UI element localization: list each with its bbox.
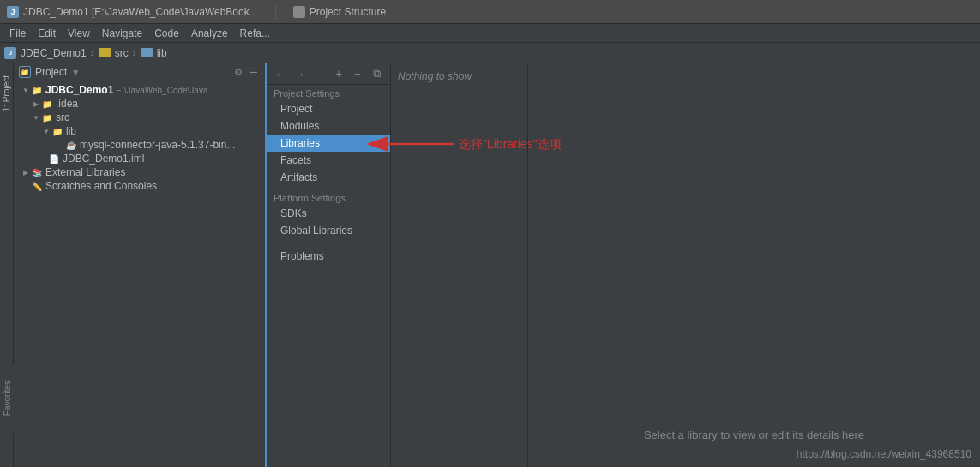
tree-label-scratches: Scratches and Consoles <box>45 180 157 192</box>
ps-item-global-libs[interactable]: Global Libraries <box>267 222 390 239</box>
tree-path-root: E:\JavaWeb_Code\JavaWeb... <box>116 86 219 95</box>
tree-label-idea: .idea <box>56 98 78 110</box>
project-dropdown-arrow[interactable]: ▼ <box>71 68 80 77</box>
bc-src[interactable]: src <box>115 47 129 59</box>
side-tab-label[interactable]: 1: Project <box>2 72 11 115</box>
tree-item-mysql-jar[interactable]: ☕ mysql-connector-java-5.1.37-bin... <box>14 138 265 152</box>
tree-icon-idea: 📁 <box>41 98 53 110</box>
menu-bar: File Edit View Navigate Code Analyze Ref… <box>0 24 980 43</box>
ps-item-facets[interactable]: Facets <box>267 152 390 169</box>
tree-arrow-root: ▼ <box>21 85 31 95</box>
menu-code[interactable]: Code <box>149 26 184 41</box>
nothing-to-show: Nothing to show <box>391 63 527 89</box>
back-button[interactable]: ← <box>274 67 287 81</box>
blog-url: https://blog.csdn.net/weixin_43968510 <box>797 448 971 460</box>
tree-item-idea[interactable]: ▶ 📁 .idea <box>14 97 265 111</box>
project-panel-title-text: Project <box>35 66 67 78</box>
main-layout: 1: Project 📁 Project ▼ ⚙ ☰ ▼ 📁 JDBC_Demo… <box>0 63 980 467</box>
ps-title-item: Project Structure <box>293 6 386 18</box>
bc-lib[interactable]: lib <box>157 47 167 59</box>
menu-navigate[interactable]: Navigate <box>97 26 147 41</box>
tree-icon-ext: 📚 <box>31 166 43 178</box>
tree-icon-lib: 📁 <box>51 125 63 137</box>
tree-icon-src: 📁 <box>41 111 53 123</box>
tree-label-lib: lib <box>66 125 76 137</box>
favorites-tab-label: Favorites <box>3 380 12 416</box>
project-title-item: J JDBC_Demo1 [E:\JavaWeb_Code\JavaWebBoo… <box>7 6 258 18</box>
copy-button[interactable]: ⧉ <box>370 67 383 81</box>
ps-item-project[interactable]: Project <box>267 100 390 117</box>
tree-item-scratches[interactable]: ✏️ Scratches and Consoles <box>14 179 265 193</box>
tree-arrow-scratches <box>21 181 31 191</box>
project-icon: J <box>7 6 19 18</box>
file-tree: ▼ 📁 JDBC_Demo1 E:\JavaWeb_Code\JavaWeb..… <box>14 81 265 467</box>
tree-item-iml[interactable]: 📄 JDBC_Demo1.iml <box>14 152 265 165</box>
tree-arrow-iml <box>41 153 48 164</box>
ps-item-artifacts[interactable]: Artifacts <box>267 169 390 186</box>
tree-label-iml: JDBC_Demo1.iml <box>63 153 144 165</box>
project-panel-header: 📁 Project ▼ ⚙ ☰ <box>14 63 265 81</box>
tree-label-ext: External Libraries <box>45 166 125 178</box>
tree-icon-scratches: ✏️ <box>31 180 43 192</box>
favorites-tab[interactable]: Favorites <box>0 364 14 433</box>
tree-icon-jar: ☕ <box>65 139 77 151</box>
bc-sep2: › <box>133 47 136 59</box>
layout-icon[interactable]: ☰ <box>248 66 260 78</box>
title-divider <box>275 4 276 20</box>
tree-item-src[interactable]: ▼ 📁 src <box>14 111 265 124</box>
menu-view[interactable]: View <box>63 26 95 41</box>
tree-arrow-ext: ▶ <box>21 167 31 177</box>
tree-item-ext-libs[interactable]: ▶ 📚 External Libraries <box>14 165 265 179</box>
bc-lib-icon <box>141 48 153 57</box>
ps-problems-section: Problems <box>267 239 390 265</box>
tree-arrow-jar <box>58 140 65 150</box>
libraries-panel: Nothing to show <box>391 63 528 467</box>
tree-icon-root: 📁 <box>31 84 43 96</box>
bc-project-icon: J <box>4 47 16 59</box>
panel-icons: ⚙ ☰ <box>232 66 260 78</box>
tree-label-root: JDBC_Demo1 <box>45 84 113 96</box>
tree-arrow-lib: ▼ <box>41 126 51 136</box>
menu-analyze[interactable]: Analyze <box>186 26 233 41</box>
tree-arrow-src: ▼ <box>31 112 41 123</box>
bc-src-icon <box>99 48 111 57</box>
ps-title-text: Project Structure <box>310 6 386 18</box>
ps-item-libraries[interactable]: Libraries <box>267 135 390 152</box>
settings-icon[interactable]: ⚙ <box>232 66 244 78</box>
ps-panel: ← → + − ⧉ Project Settings Project Modul… <box>267 63 391 467</box>
tree-item-lib[interactable]: ▼ 📁 lib <box>14 124 265 138</box>
ps-project-settings-header: Project Settings <box>267 85 390 100</box>
forward-button[interactable]: → <box>292 67 306 81</box>
add-button[interactable]: + <box>332 67 346 81</box>
tree-label-src: src <box>56 111 69 123</box>
menu-file[interactable]: File <box>4 26 31 41</box>
ps-toolbar: ← → + − ⧉ <box>267 63 390 85</box>
menu-edit[interactable]: Edit <box>33 26 61 41</box>
ps-platform-settings-header: Platform Settings <box>267 186 390 205</box>
remove-button[interactable]: − <box>351 67 364 81</box>
ps-icon <box>293 6 305 18</box>
bc-project-name[interactable]: JDBC_Demo1 <box>21 47 87 59</box>
ps-item-modules[interactable]: Modules <box>267 117 390 135</box>
details-hint-text: Select a library to view or edit its det… <box>644 428 864 441</box>
tree-item-root[interactable]: ▼ 📁 JDBC_Demo1 E:\JavaWeb_Code\JavaWeb..… <box>14 83 265 97</box>
tree-icon-iml: 📄 <box>48 153 60 165</box>
tree-arrow-idea: ▶ <box>31 99 41 109</box>
project-panel: 📁 Project ▼ ⚙ ☰ ▼ 📁 JDBC_Demo1 E:\JavaWe… <box>14 63 267 467</box>
ps-item-sdks[interactable]: SDKs <box>267 205 390 222</box>
breadcrumb-bar: J JDBC_Demo1 › src › lib <box>0 43 980 63</box>
tree-label-jar: mysql-connector-java-5.1.37-bin... <box>80 139 235 151</box>
project-title-text: JDBC_Demo1 [E:\JavaWeb_Code\JavaWebBook.… <box>23 6 258 18</box>
project-icon-small: 📁 <box>19 66 31 78</box>
title-bar: J JDBC_Demo1 [E:\JavaWeb_Code\JavaWebBoo… <box>0 0 980 24</box>
project-panel-title-group: 📁 Project ▼ <box>19 66 80 78</box>
bc-sep1: › <box>91 47 94 59</box>
ps-item-problems[interactable]: Problems <box>267 248 390 265</box>
details-panel: Select a library to view or edit its det… <box>528 63 980 467</box>
menu-refactor[interactable]: Refa... <box>235 26 275 41</box>
